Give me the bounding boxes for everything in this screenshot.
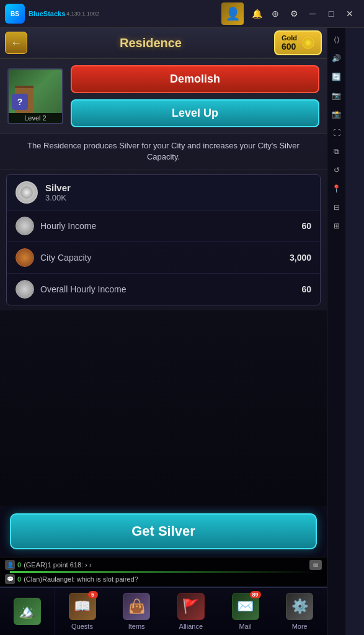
description-text: The Residence produces Silver for your C…	[10, 140, 317, 163]
gold-badge: Gold 600	[274, 30, 322, 55]
items-emoji: 👜	[128, 598, 145, 615]
get-silver-container: Get Silver	[0, 506, 327, 557]
close-icon[interactable]: ✕	[340, 4, 359, 23]
game-area: ← Residence Gold 600 Level 2	[0, 28, 345, 635]
stats-section: Silver 3.00K Hourly Income 60 City Capac…	[6, 174, 321, 305]
chat-row-2: 💬 0 (Clan)Raulangel: which is slot paire…	[5, 574, 322, 584]
overall-income-label: Overall Hourly Income	[40, 284, 295, 294]
nav-item-mail[interactable]: ✉️ 89 Mail	[218, 588, 273, 635]
quests-badge: 5	[88, 591, 98, 598]
back-button[interactable]: ←	[5, 32, 27, 54]
building-actions: Demolish Level Up	[71, 65, 319, 127]
silver-coin-inner	[20, 186, 33, 199]
silver-name: Silver	[45, 182, 71, 193]
home-emoji: 🏔️	[19, 603, 35, 619]
stat-row-city-capacity: City Capacity 3,000	[7, 242, 320, 274]
bottom-nav: 🏔️ 📖 5 Quests 👜 Items	[0, 587, 327, 635]
sidebar-location-icon[interactable]: 📍	[330, 182, 344, 196]
items-label: Items	[128, 623, 145, 630]
city-capacity-label: City Capacity	[40, 253, 283, 263]
alliance-label: Alliance	[179, 623, 203, 630]
nav-item-quests[interactable]: 📖 5 Quests	[55, 588, 110, 635]
silver-amount: 3.00K	[45, 193, 71, 202]
more-emoji: ⚙️	[291, 598, 308, 615]
chat-score-2: 0	[17, 575, 21, 583]
stat-row-hourly-income: Hourly Income 60	[7, 210, 320, 242]
silver-header: Silver 3.00K	[7, 175, 320, 210]
nav-item-home[interactable]: 🏔️	[0, 588, 55, 635]
chat-text-2: (Clan)Raulangel: which is slot paired?	[24, 575, 322, 583]
more-label: More	[292, 623, 308, 630]
quests-label: Quests	[71, 623, 93, 630]
silver-info: Silver 3.00K	[45, 182, 71, 202]
sidebar-copy-icon[interactable]: ⧉	[330, 145, 344, 158]
quests-icon: 📖 5	[69, 593, 96, 620]
settings-icon[interactable]: ⚙	[285, 4, 303, 23]
game-header: ← Residence Gold 600	[0, 28, 327, 59]
demolish-button[interactable]: Demolish	[71, 65, 319, 93]
building-level: Level 2	[9, 113, 62, 123]
nav-item-items[interactable]: 👜 Items	[109, 588, 164, 635]
chat-bar: 👤 0 (GEAR)1 point 618: › › ✉ 💬 0 (Clan)R…	[0, 557, 327, 587]
chat-score-1: 0	[17, 561, 21, 569]
silver-coin-icon	[16, 181, 38, 204]
alliance-icon: 🚩	[177, 593, 205, 620]
sidebar-volume-icon[interactable]: 🔊	[330, 52, 344, 65]
description-box: The Residence produces Silver for your C…	[0, 134, 327, 169]
sidebar-macro-icon[interactable]: ⊞	[330, 219, 344, 233]
sidebar-camera-icon[interactable]: 📸	[330, 107, 344, 121]
gold-coin-icon	[302, 37, 314, 49]
sidebar-expand-icon[interactable]: ⟨⟩	[330, 33, 344, 47]
bluestacks-title: BlueStacks	[29, 10, 65, 17]
sidebar-screenshot-icon[interactable]: 📷	[330, 89, 344, 102]
city-capacity-icon	[16, 248, 34, 267]
sidebar-fullscreen-icon[interactable]: ⛶	[330, 126, 344, 140]
chat-row-1: 👤 0 (GEAR)1 point 618: › ›	[5, 560, 92, 570]
bluestacks-version: 4.130.1.1002	[66, 11, 218, 17]
page-title: Residence	[27, 36, 274, 50]
right-sidebar: ⟨⟩ 🔊 🔄 📷 📸 ⛶ ⧉ ↺ 📍 ⊟ ⊞	[327, 28, 345, 635]
home-icon: 🏔️	[14, 598, 41, 625]
main-panel: ← Residence Gold 600 Level 2	[0, 28, 327, 635]
sidebar-rotate-icon[interactable]: 🔄	[330, 70, 344, 84]
chat-bubble-icon: 💬	[5, 574, 15, 584]
chat-text-1: (GEAR)1 point 618: › ›	[24, 561, 91, 569]
mail-label: Mail	[239, 623, 251, 630]
overall-income-icon	[16, 280, 34, 299]
hourly-income-value: 60	[301, 221, 311, 231]
building-art	[9, 70, 62, 113]
overall-income-value: 60	[301, 284, 311, 294]
hourly-income-label: Hourly Income	[40, 221, 295, 231]
game-icon[interactable]: 👤	[221, 2, 244, 25]
more-icon: ⚙️	[286, 593, 313, 620]
building-image: Level 2	[7, 68, 63, 124]
nav-item-more[interactable]: ⚙️ More	[272, 588, 327, 635]
gold-label: Gold	[282, 34, 297, 42]
sidebar-refresh-icon[interactable]: ↺	[330, 163, 344, 177]
alliance-emoji: 🚩	[182, 598, 199, 615]
city-capacity-value: 3,000	[290, 253, 311, 263]
dark-background	[0, 310, 327, 506]
notification-icon[interactable]: 🔔	[247, 4, 266, 23]
get-silver-button[interactable]: Get Silver	[10, 513, 317, 549]
mail-emoji: ✉️	[237, 598, 254, 615]
message-icon[interactable]: ✉	[309, 560, 322, 570]
mail-icon: ✉️ 89	[232, 593, 259, 620]
restore-icon[interactable]: □	[322, 4, 340, 23]
mail-badge: 89	[250, 591, 261, 598]
content-area: Level 2 Demolish Level Up The Residence …	[0, 59, 327, 635]
levelup-button[interactable]: Level Up	[71, 99, 319, 127]
nav-item-alliance[interactable]: 🚩 Alliance	[164, 588, 218, 635]
activity-bar	[10, 571, 317, 573]
bluestacks-topbar: BS BlueStacks 4.130.1.1002 👤 🔔 ⊕ ⚙ ─ □ ✕	[0, 0, 364, 28]
hourly-income-icon	[16, 217, 34, 235]
quests-emoji: 📖	[74, 598, 91, 615]
search-icon[interactable]: ⊕	[266, 4, 285, 23]
sidebar-dpi-icon[interactable]: ⊟	[330, 200, 344, 214]
user-icon: 👤	[5, 560, 15, 570]
minimize-icon[interactable]: ─	[303, 4, 322, 23]
bluestacks-logo: BS	[5, 4, 25, 24]
items-icon: 👜	[123, 593, 150, 620]
building-section: Level 2 Demolish Level Up	[0, 59, 327, 134]
gold-value: 600	[282, 42, 297, 52]
